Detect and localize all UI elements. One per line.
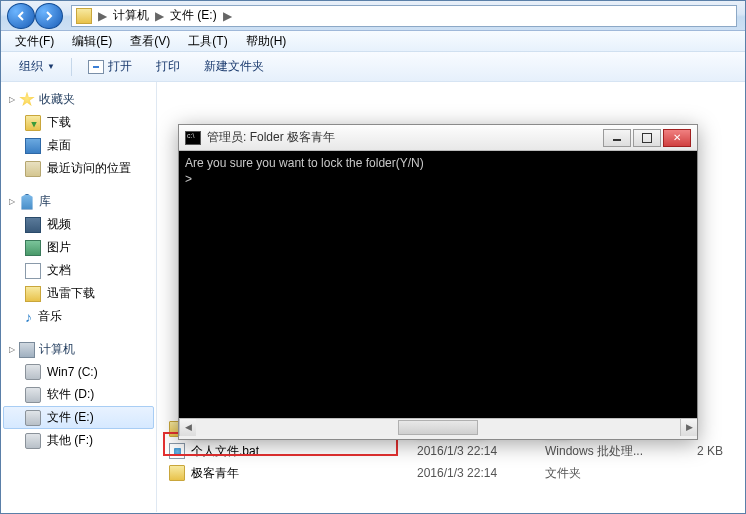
sidebar-drive-c[interactable]: Win7 (C:)	[3, 361, 154, 383]
file-type: Windows 批处理...	[545, 443, 665, 460]
menu-help[interactable]: 帮助(H)	[238, 31, 295, 52]
drive-icon	[25, 387, 41, 403]
sidebar-pictures[interactable]: 图片	[3, 236, 154, 259]
new-folder-button[interactable]: 新建文件夹	[194, 54, 274, 79]
file-size: 2 KB	[673, 444, 733, 458]
file-date: 2016/1/3 22:14	[417, 444, 537, 458]
file-name: 极客青年	[191, 465, 239, 482]
address-bar[interactable]: ▶ 计算机 ▶ 文件 (E:) ▶	[71, 5, 737, 27]
sidebar-drive-e[interactable]: 文件 (E:)	[3, 406, 154, 429]
sidebar-recent[interactable]: 最近访问的位置	[3, 157, 154, 180]
close-button[interactable]: ✕	[663, 129, 691, 147]
addr-sep: ▶	[223, 9, 232, 23]
cmd-line: Are you sure you want to lock the folder…	[185, 155, 691, 171]
star-icon	[19, 92, 35, 108]
file-date: 2016/1/3 22:14	[417, 466, 537, 480]
drive-icon	[25, 364, 41, 380]
cmd-window[interactable]: 管理员: Folder 极客青年 ✕ Are you sure you want…	[178, 124, 698, 440]
back-button[interactable]	[7, 3, 35, 29]
addr-sep: ▶	[98, 9, 107, 23]
recent-icon	[25, 161, 41, 177]
open-icon	[88, 60, 104, 74]
forward-button[interactable]	[35, 3, 63, 29]
file-name: 个人文件.bat	[191, 443, 259, 460]
open-button[interactable]: 打开	[78, 54, 142, 79]
sidebar-drive-d[interactable]: 软件 (D:)	[3, 383, 154, 406]
cmd-titlebar[interactable]: 管理员: Folder 极客青年 ✕	[179, 125, 697, 151]
cmd-scrollbar[interactable]: ◀ ▶	[179, 418, 697, 435]
desktop-icon	[25, 138, 41, 154]
scroll-thumb[interactable]	[398, 420, 478, 435]
addr-seg-computer[interactable]: 计算机	[113, 7, 149, 24]
folder-icon	[25, 115, 41, 131]
sidebar-music[interactable]: ♪音乐	[3, 305, 154, 328]
file-row-bat[interactable]: 个人文件.bat 2016/1/3 22:14 Windows 批处理... 2…	[157, 440, 745, 462]
sidebar-drive-f[interactable]: 其他 (F:)	[3, 429, 154, 452]
toolbar: 组织▼ 打开 打印 新建文件夹	[1, 52, 745, 82]
sidebar-libraries[interactable]: ▷库	[3, 190, 154, 213]
drive-icon	[25, 410, 41, 426]
sidebar-thunder[interactable]: 迅雷下载	[3, 282, 154, 305]
library-icon	[19, 194, 35, 210]
sidebar-downloads[interactable]: 下载	[3, 111, 154, 134]
cmd-icon	[185, 131, 201, 145]
menu-tools[interactable]: 工具(T)	[180, 31, 235, 52]
minimize-button[interactable]	[603, 129, 631, 147]
computer-icon	[19, 342, 35, 358]
folder-icon	[169, 465, 185, 481]
bat-icon	[169, 443, 185, 459]
menu-edit[interactable]: 编辑(E)	[64, 31, 120, 52]
menu-file[interactable]: 文件(F)	[7, 31, 62, 52]
cmd-prompt: >	[185, 171, 691, 187]
organize-button[interactable]: 组织▼	[9, 54, 65, 79]
addr-sep: ▶	[155, 9, 164, 23]
documents-icon	[25, 263, 41, 279]
menubar: 文件(F) 编辑(E) 查看(V) 工具(T) 帮助(H)	[1, 31, 745, 52]
file-row-folder[interactable]: 极客青年 2016/1/3 22:14 文件夹	[157, 462, 745, 484]
sidebar: ▷收藏夹 下载 桌面 最近访问的位置 ▷库 视频 图片 文档 迅雷下载 ♪音乐 …	[1, 82, 157, 512]
addr-seg-drive[interactable]: 文件 (E:)	[170, 7, 217, 24]
music-icon: ♪	[25, 310, 32, 324]
scroll-left[interactable]: ◀	[179, 419, 196, 436]
maximize-button[interactable]	[633, 129, 661, 147]
video-icon	[25, 217, 41, 233]
drive-icon	[76, 8, 92, 24]
cmd-title-text: 管理员: Folder 极客青年	[207, 129, 603, 146]
sidebar-videos[interactable]: 视频	[3, 213, 154, 236]
thunder-icon	[25, 286, 41, 302]
pictures-icon	[25, 240, 41, 256]
drive-icon	[25, 433, 41, 449]
file-type: 文件夹	[545, 465, 665, 482]
sidebar-computer[interactable]: ▷计算机	[3, 338, 154, 361]
titlebar: ▶ 计算机 ▶ 文件 (E:) ▶	[1, 1, 745, 31]
scroll-right[interactable]: ▶	[680, 419, 697, 436]
cmd-output[interactable]: Are you sure you want to lock the folder…	[179, 151, 697, 418]
sidebar-documents[interactable]: 文档	[3, 259, 154, 282]
sidebar-desktop[interactable]: 桌面	[3, 134, 154, 157]
menu-view[interactable]: 查看(V)	[122, 31, 178, 52]
sidebar-favorites[interactable]: ▷收藏夹	[3, 88, 154, 111]
print-button[interactable]: 打印	[146, 54, 190, 79]
